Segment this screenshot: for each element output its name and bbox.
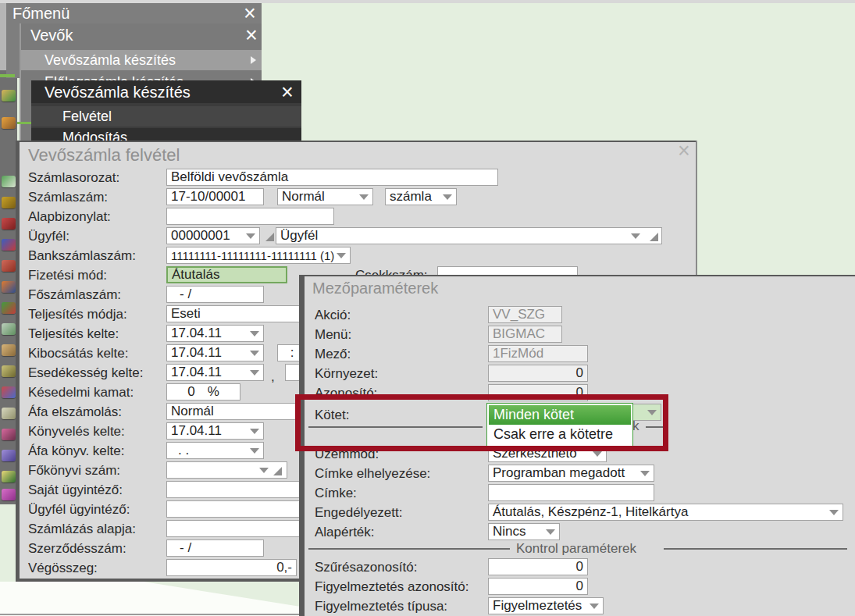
form-border-top: [16, 141, 697, 142]
figyelmeztetes-azonosito-input[interactable]: 0: [488, 578, 588, 595]
dice-icon[interactable]: [2, 489, 16, 500]
flag-icon[interactable]: [2, 302, 16, 314]
tools-icon[interactable]: [2, 450, 16, 461]
kesedelmi-kamat-label: Késedelmi kamat:: [28, 385, 134, 401]
ugyfel-name-combo[interactable]: Ügyfél: [276, 227, 662, 244]
dialog-border-top: [299, 275, 855, 276]
box-red-icon[interactable]: [2, 260, 16, 272]
kornyezet-field: 0: [488, 365, 588, 382]
form-title: Vevőszámla felvétel: [28, 145, 180, 166]
figyelmeztetes-tipusa-combo[interactable]: Figyelmeztetés: [488, 597, 604, 614]
people-icon[interactable]: [2, 429, 16, 440]
fizetesi-mod-label: Fizetési mód:: [28, 268, 107, 283]
form-close-icon[interactable]: ×: [678, 142, 690, 159]
chevron-down-icon: [259, 468, 269, 473]
vevok-title: Vevők: [30, 27, 73, 45]
books-icon[interactable]: [2, 239, 16, 251]
lookup-corner-icon[interactable]: [273, 467, 282, 475]
dialog-title: Mezőparaméterek: [312, 280, 438, 297]
window-vevoszamla-keszites: Vevőszámla készítés × Felvétel Módosítás: [31, 80, 301, 141]
fomenu-close-icon[interactable]: ×: [244, 5, 256, 22]
sajat-ugyintezo-label: Saját ügyintéző:: [28, 482, 123, 498]
szerzodesszam-label: Szerződésszám:: [28, 541, 126, 557]
szuresazonosito-input[interactable]: 0: [488, 558, 588, 575]
fizetesi-mod-field[interactable]: Átutalás: [166, 266, 287, 283]
figyelmeztetes-tipusa-label: Figyelmeztetés típusa:: [315, 599, 447, 614]
cimke-elhelyezese-combo[interactable]: Programban megadott: [488, 465, 654, 482]
szamlaszam-type-combo[interactable]: Normál: [277, 188, 373, 205]
vevok-close-icon[interactable]: ×: [245, 27, 258, 44]
mezo-field: 1FizMód: [488, 345, 588, 362]
cart-icon[interactable]: [2, 117, 16, 129]
afa-konyv-kelte-label: Áfa könyv. kelte:: [28, 443, 124, 459]
figyelmeztetes-azonosito-label: Figyelmeztetés azonosító:: [315, 579, 468, 595]
chevron-down-icon: [829, 510, 839, 515]
kibocsatas-kelte-combo[interactable]: 17.04.11: [166, 344, 264, 361]
chevron-down-icon: [546, 529, 555, 535]
konyveles-kelte-combo[interactable]: 17.04.11: [166, 422, 264, 440]
chevron-down-icon: [250, 448, 259, 454]
lookup-corner-icon[interactable]: [265, 233, 274, 241]
kesedelmi-kamat-input[interactable]: 0 %: [166, 383, 240, 401]
cimke-label: Címke:: [315, 486, 357, 501]
document-icon[interactable]: [2, 323, 16, 335]
szamlaszam-label: Számlaszám:: [28, 190, 108, 205]
comma-separator: ,: [271, 369, 275, 385]
fokonyvi-szam-combo[interactable]: [166, 461, 287, 479]
vevoszamla-keszites-title: Vevőszámla készítés: [45, 84, 191, 101]
section-divider: [308, 548, 510, 550]
foszamlaszam-input[interactable]: - /: [166, 286, 264, 303]
szamlasorozat-label: Számlasorozat:: [28, 170, 119, 186]
kornyezet-label: Környezet:: [315, 366, 378, 382]
chevron-down-icon: [590, 604, 599, 609]
cimke-elhelyezese-label: Címke elhelyezése:: [315, 466, 430, 482]
menu-item-vevoszamla-keszites[interactable]: Vevőszámla készítés: [21, 50, 262, 70]
akcio-field: VV_SZG: [488, 306, 562, 323]
chevron-down-icon: [359, 194, 369, 200]
vegosszeg-label: Végösszeg:: [28, 561, 98, 576]
engedelyezett-combo[interactable]: Átutalás, Készpénz-1, Hitelkártya: [488, 504, 843, 521]
afa-konyv-kelte-combo[interactable]: . .: [166, 442, 264, 459]
alapertek-combo[interactable]: Nincs: [488, 523, 560, 540]
ledger-icon[interactable]: [2, 471, 16, 482]
ugyfel-code-combo[interactable]: 00000001: [166, 227, 260, 244]
folder-red-icon[interactable]: [2, 218, 16, 230]
submenu-arrow-icon: [251, 56, 256, 64]
esedekesseg-kelte-combo[interactable]: 17.04.11: [166, 364, 264, 381]
chevron-down-icon: [250, 331, 259, 336]
menu-item-felvetel[interactable]: Felvétel: [31, 106, 301, 126]
calculator-icon[interactable]: [2, 365, 16, 377]
house-icon[interactable]: [2, 386, 16, 398]
chevron-down-icon: [250, 370, 259, 376]
lookup-corner-icon[interactable]: [650, 233, 658, 241]
menu-item-modositas[interactable]: Módosítás: [31, 128, 301, 141]
kibocsatas-kelte-label: Kibocsátás kelte:: [28, 346, 129, 361]
szerzodesszam-input[interactable]: - /: [166, 539, 264, 557]
package-icon[interactable]: [2, 344, 16, 356]
coins-icon[interactable]: [2, 197, 16, 208]
notebook-icon[interactable]: [2, 281, 16, 293]
highlight-red-border: [295, 394, 668, 451]
alapbizonylat-input[interactable]: [166, 208, 334, 225]
akcio-label: Akció:: [315, 308, 351, 323]
szamlaszam-kind-combo[interactable]: számla: [385, 188, 457, 205]
cimke-input[interactable]: [488, 484, 654, 501]
teljesites-modja-label: Teljesítés módja:: [28, 307, 127, 322]
konyveles-kelte-label: Könyvelés kelte:: [28, 424, 125, 440]
szamlaszam-input[interactable]: 17-10/00001: [166, 188, 264, 205]
toolbox-icon[interactable]: [2, 90, 16, 101]
vevoszamla-keszites-close-icon[interactable]: ×: [281, 84, 294, 101]
teljesites-kelte-combo[interactable]: 17.04.11: [166, 325, 264, 342]
szamlazas-alapja-label: Számlázás alapja:: [28, 522, 136, 537]
foszamlaszam-label: Főszámlaszám:: [28, 287, 121, 303]
esedekesseg-kelte-label: Esedékesség kelte:: [28, 365, 143, 381]
chevron-down-icon: [593, 451, 602, 457]
menu-label: Menü:: [315, 327, 351, 343]
mail-icon[interactable]: [2, 408, 16, 419]
ugyfel-label: Ügyfél:: [28, 229, 69, 244]
money-icon[interactable]: [2, 176, 16, 187]
chevron-down-icon: [250, 351, 259, 356]
chevron-down-icon: [337, 253, 346, 258]
bankszamlaszam-combo[interactable]: 11111111-11111111-11111111 (1): [166, 247, 351, 264]
szamlasorozat-input[interactable]: Belföldi vevőszámla: [166, 169, 498, 186]
